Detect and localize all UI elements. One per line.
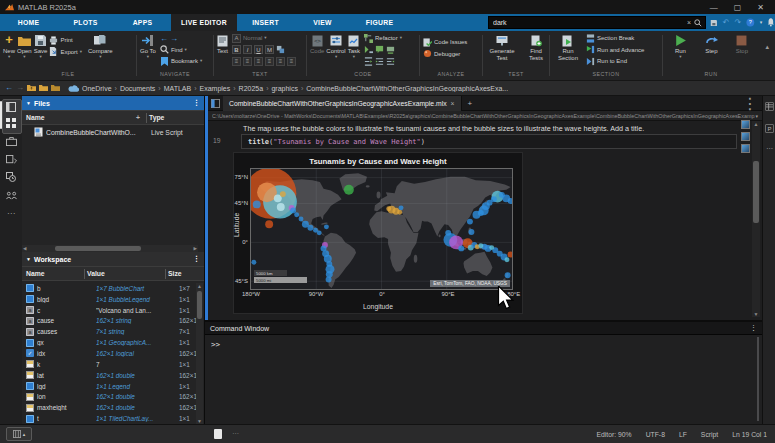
scroll-up-icon[interactable]: ▲ bbox=[197, 283, 202, 289]
tab-apps[interactable]: APPS bbox=[114, 14, 171, 31]
toolbox-icon[interactable] bbox=[4, 134, 18, 148]
indent-left-icon[interactable] bbox=[386, 57, 395, 66]
output-thumbnail-icon[interactable] bbox=[741, 120, 750, 129]
tab-insert[interactable]: INSERT bbox=[237, 14, 294, 31]
document-list-icon[interactable] bbox=[211, 99, 220, 108]
folder-up-icon[interactable] bbox=[27, 84, 36, 92]
debugger-button[interactable]: Debugger bbox=[423, 49, 467, 60]
output-thumbnail-icon[interactable] bbox=[741, 132, 750, 141]
editor-vertical-scrollbar[interactable]: ▲ ▼ bbox=[752, 121, 760, 317]
find-button[interactable]: Find▾ bbox=[160, 45, 202, 56]
underline-button[interactable]: U bbox=[254, 45, 263, 54]
save-button[interactable]: Save▾ bbox=[34, 33, 48, 59]
workspace-row[interactable]: lat162×1 double162×1 bbox=[22, 370, 198, 381]
ws-col-value[interactable]: Value bbox=[87, 270, 163, 277]
scroll-up-icon[interactable]: ▲ bbox=[754, 121, 759, 127]
geographic-axes[interactable]: 75°N 45°N 0° 45°S 180°W 90°W 0° 90°E 180… bbox=[250, 168, 513, 290]
bulleted-list-icon[interactable]: ≡ bbox=[232, 57, 241, 66]
status-cursor-position[interactable]: Ln 19 Col 1 bbox=[732, 431, 767, 438]
run-and-advance-button[interactable]: Run and Advance bbox=[586, 45, 644, 56]
new-button[interactable]: + New▾ bbox=[3, 33, 15, 59]
find-tests-button[interactable]: Find Tests bbox=[525, 33, 547, 62]
quick-caret-icon[interactable]: ▾ bbox=[760, 20, 763, 25]
command-prompt[interactable]: >> bbox=[211, 340, 220, 349]
export-button[interactable]: Export▾ bbox=[49, 47, 82, 58]
new-tab-icon[interactable]: + bbox=[462, 99, 479, 108]
ws-col-name[interactable]: Name bbox=[22, 270, 82, 277]
layout-toggle-button[interactable]: ▴ bbox=[6, 427, 32, 441]
search-icon[interactable] bbox=[694, 19, 702, 27]
folder-browse-icon[interactable] bbox=[51, 84, 60, 92]
breadcrumb-item[interactable]: CombineBubbleChartWithOtherGraphicsInGeo… bbox=[306, 85, 508, 92]
stop-button[interactable]: Stop bbox=[736, 33, 748, 55]
editor-tab-active[interactable]: CombineBubbleChartWithOtherGraphicsInGeo… bbox=[223, 96, 462, 111]
breadcrumb-item[interactable]: graphics bbox=[271, 85, 297, 92]
apps-grid-icon[interactable] bbox=[4, 116, 18, 130]
undo-icon[interactable]: ↶ bbox=[723, 19, 730, 27]
wrap-comments-icon[interactable] bbox=[364, 45, 373, 54]
community-icon[interactable] bbox=[4, 188, 18, 202]
go-to-button[interactable]: Go To▾ bbox=[140, 33, 156, 59]
files-col-name[interactable]: Name bbox=[22, 114, 45, 121]
status-more-icon[interactable]: ⋯ bbox=[232, 430, 239, 438]
clear-search-icon[interactable]: × bbox=[684, 19, 694, 26]
tab-home[interactable]: HOME bbox=[0, 14, 57, 31]
workspace-row[interactable]: blgd1×1 BubbleLegend1×1 bbox=[22, 294, 198, 305]
workspace-row[interactable]: ✓idx162×1 logical162×1 bbox=[22, 348, 198, 359]
workspace-vertical-scrollbar[interactable]: ▲ ▼ bbox=[196, 283, 203, 424]
open-button[interactable]: Open▾ bbox=[17, 33, 32, 59]
file-row[interactable]: CombineBubbleChartWithO... Live Script bbox=[22, 125, 204, 139]
indent-right-icon[interactable] bbox=[375, 57, 384, 66]
status-encoding[interactable]: UTF-8 bbox=[646, 431, 665, 438]
history-clock-icon[interactable] bbox=[4, 170, 18, 184]
tabbar-menu-icon[interactable]: ⋮ bbox=[742, 94, 762, 113]
generate-test-button[interactable]: Generate Test bbox=[485, 33, 519, 62]
section-break-button[interactable]: Section Break bbox=[586, 33, 644, 44]
bookmark-button[interactable]: Bookmark▾ bbox=[160, 56, 202, 67]
smart-indent-icon[interactable] bbox=[364, 57, 373, 66]
workspace-row[interactable]: t1×1 TiledChartLay...1×1 bbox=[22, 413, 198, 424]
command-window-header[interactable]: Command Window ⋮ bbox=[205, 322, 762, 335]
nav-forward-icon[interactable]: → bbox=[16, 84, 24, 92]
close-button[interactable]: ✕ bbox=[757, 3, 764, 12]
workspace-menu-icon[interactable]: ⋮ bbox=[193, 255, 200, 263]
print-button[interactable]: Print bbox=[49, 35, 82, 46]
more-tools-icon[interactable]: ⋯ bbox=[765, 144, 774, 153]
scroll-left-icon[interactable]: ◀ bbox=[22, 246, 27, 251]
forward-arrow-icon[interactable]: → bbox=[170, 34, 178, 43]
collapse-toolstrip-icon[interactable]: ▴ bbox=[765, 43, 769, 50]
workspace-row[interactable]: b1×7 BubbleChart1×7 bbox=[22, 283, 198, 294]
output-thumbnail-icon[interactable] bbox=[741, 144, 750, 153]
ws-col-size[interactable]: Size bbox=[168, 270, 182, 277]
breadcrumb-item[interactable]: Examples bbox=[200, 85, 231, 92]
numbered-list-icon[interactable]: ≡ bbox=[243, 57, 252, 66]
uncomment-icon[interactable] bbox=[386, 45, 395, 54]
refactor-button[interactable]: Refactor▾ bbox=[364, 33, 402, 44]
text-button[interactable]: Text bbox=[217, 33, 228, 55]
files-horizontal-scrollbar[interactable]: ◀ ▶ bbox=[22, 245, 198, 252]
breadcrumb-item[interactable]: Documents bbox=[120, 85, 155, 92]
breadcrumb-item[interactable]: R2025a bbox=[239, 85, 264, 92]
text-style-icon[interactable]: A bbox=[232, 34, 241, 43]
live-script-text[interactable]: The map uses the bubble colors to illust… bbox=[243, 124, 723, 133]
code-line[interactable]: title("Tsunamis by Cause and Wave Height… bbox=[241, 134, 737, 149]
workspace-row[interactable]: lon162×1 double162×1 bbox=[22, 391, 198, 402]
style-dropdown[interactable]: Normal bbox=[243, 35, 262, 41]
scrollbar-thumb[interactable] bbox=[753, 161, 759, 223]
step-button[interactable]: Step bbox=[705, 33, 718, 55]
run-to-end-button[interactable]: Run to End bbox=[586, 56, 644, 67]
workspace-row[interactable]: maxheight162×1 double162×1 bbox=[22, 402, 198, 413]
minimize-button[interactable]: — bbox=[710, 3, 718, 12]
search-input[interactable] bbox=[489, 19, 684, 26]
code-button[interactable]: <> Code bbox=[310, 33, 324, 55]
nav-back-icon[interactable]: ← bbox=[5, 84, 13, 92]
tab-live-editor[interactable]: LIVE EDITOR bbox=[171, 14, 237, 31]
scroll-down-icon[interactable]: ▼ bbox=[754, 311, 759, 317]
run-section-button[interactable]: Run Section bbox=[553, 33, 583, 62]
back-arrow-icon[interactable]: ← bbox=[160, 34, 168, 43]
workspace-panel-header[interactable]: ▼ Workspace ⋮ bbox=[22, 252, 204, 266]
status-zoom[interactable]: Editor: 90% bbox=[597, 431, 632, 438]
align-center-icon[interactable]: ≡ bbox=[265, 57, 274, 66]
tab-figure[interactable]: FIGURE bbox=[351, 14, 408, 31]
files-col-type[interactable]: Type bbox=[149, 114, 204, 121]
